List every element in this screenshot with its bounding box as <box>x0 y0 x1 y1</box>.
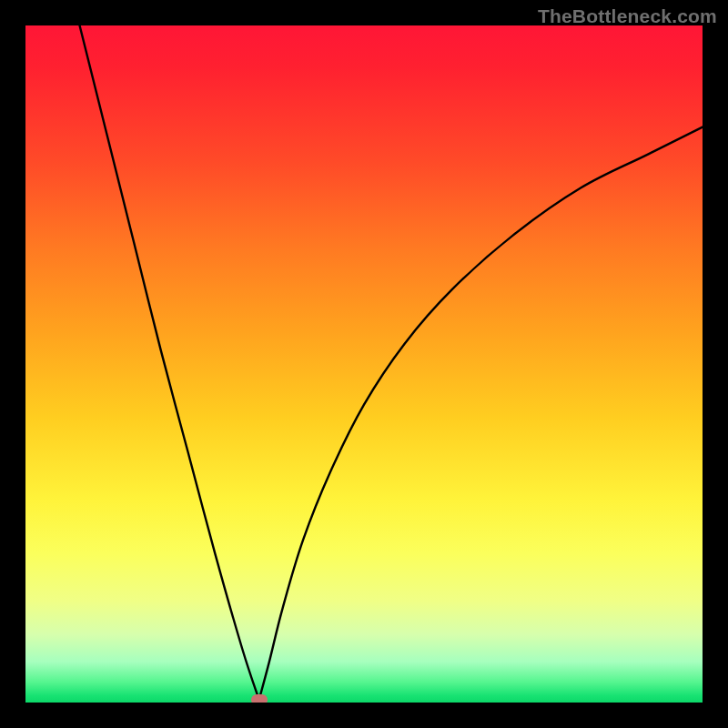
curve-left-branch <box>80 25 259 700</box>
bottleneck-curve <box>25 25 703 703</box>
plot-area <box>25 25 703 703</box>
watermark-text: TheBottleneck.com <box>538 5 717 27</box>
minimum-marker <box>251 694 268 703</box>
curve-right-branch <box>259 127 703 700</box>
